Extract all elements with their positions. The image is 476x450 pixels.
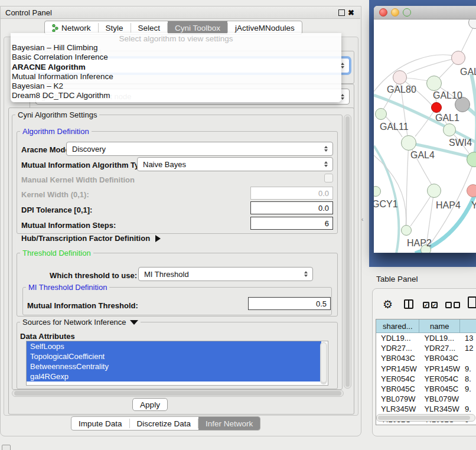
network-node-GCY1[interactable] [374, 186, 381, 197]
algorithm-option[interactable]: Basic Correlation Inference [11, 53, 341, 62]
manual-kernel-checkbox[interactable] [324, 174, 333, 182]
tab-impute-data[interactable]: Impute Data [71, 417, 129, 430]
settings-hscrollbar-thumb[interactable] [14, 391, 341, 396]
hub-definition-toggle[interactable]: Hub/Transcription Factor Definition [21, 234, 161, 243]
dpi-tolerance-value: 0.0 [318, 204, 329, 213]
network-node-GAL4[interactable] [401, 135, 416, 151]
table-row[interactable]: YPR145WYPR145W9. [376, 364, 476, 374]
column-header[interactable]: shared... [376, 319, 419, 333]
mi-steps-field[interactable]: 6 [250, 217, 333, 230]
network-node-pink-top[interactable] [451, 51, 465, 65]
mi-threshold-field[interactable]: 0.5 [248, 297, 331, 310]
network-window: GALGAL80GAL10GAL1GAL11SWI4GAL4GCY1HAP4YH… [374, 6, 476, 253]
network-node-red-node[interactable] [431, 102, 442, 113]
algorithm-dropdown: Select algorithm to view settings Bayesi… [11, 33, 341, 102]
data-attribute-item[interactable]: SelfLoops [27, 341, 321, 351]
mi-algorithm-type-combobox[interactable]: Naive Bayes [137, 157, 333, 171]
tab-label: jActiveMNodules [235, 24, 295, 32]
tab-label: Impute Data [79, 419, 122, 428]
close-icon[interactable]: ✖ [348, 9, 354, 17]
network-node-GAL10[interactable] [426, 76, 442, 91]
tab-network[interactable]: Network [45, 21, 98, 34]
splitter-handle[interactable]: ‹ [361, 216, 363, 223]
network-node-HAP4[interactable] [427, 184, 441, 198]
show-columns-icon[interactable]: ✓✓ [423, 302, 438, 308]
table-cell: 13 [460, 333, 476, 343]
tab-infer-network[interactable]: Infer Network [198, 417, 260, 430]
mi-algorithm-type-value: Naive Bayes [143, 160, 186, 169]
algorithm-option[interactable]: Bayesian – Hill Climbing [11, 43, 341, 53]
tab-label: Discretize Data [137, 419, 191, 428]
attributes-scrollbar[interactable] [320, 342, 327, 384]
tab-cyni-toolbox[interactable]: Cyni Toolbox [168, 21, 227, 34]
network-node-green-right[interactable] [467, 152, 476, 167]
network-node-HAP2[interactable] [401, 225, 412, 236]
document-icon[interactable] [468, 296, 476, 308]
algorithm-option[interactable]: ARACNE Algorithm [11, 63, 341, 72]
table-row[interactable]: YER054CYER054C8. [376, 374, 476, 384]
table-cell: YBR043C [376, 353, 419, 363]
screen: Control Panel ✖ NetworkStyleSelectCyni T… [0, 0, 476, 450]
tab-select[interactable]: Select [131, 21, 168, 34]
aracne-mode-combobox[interactable]: Discovery [66, 142, 333, 156]
table-hscrollbar-thumb[interactable] [378, 416, 470, 420]
float-window-icon[interactable] [338, 9, 345, 16]
table-cell: YDL19... [376, 333, 419, 343]
sources-group-title[interactable]: Sources for Network Inference [20, 318, 141, 327]
table-row[interactable]: YDR27...YDR27...12 [376, 343, 476, 353]
kernel-width-field[interactable]: 0.0 [250, 187, 333, 200]
table-row[interactable]: YLR345WYLR345W9. [376, 404, 476, 414]
node-label: HAP2 [407, 238, 432, 249]
attributes-scrollbar-thumb[interactable] [321, 343, 326, 382]
table-hscrollbar[interactable] [376, 414, 475, 422]
network-canvas[interactable]: GALGAL80GAL10GAL1GAL11SWI4GAL4GCY1HAP4YH… [374, 19, 476, 253]
data-attribute-item[interactable]: TopologicalCoefficient [27, 351, 321, 361]
algorithm-dropdown-prompt: Select algorithm to view settings [11, 33, 341, 43]
table-row[interactable]: YBR045CYBR045C9. [376, 384, 476, 394]
dpi-tolerance-field[interactable]: 0.0 [250, 201, 333, 214]
close-traffic-light-icon[interactable] [379, 8, 387, 17]
minimize-traffic-light-icon[interactable] [391, 8, 399, 17]
network-node-salmon-node[interactable] [467, 184, 476, 197]
table-body: YDL19...YDL19...13YDR27...YDR27...12YBR0… [376, 333, 476, 425]
settings-scrollbar[interactable] [344, 115, 351, 389]
column-header[interactable] [460, 319, 476, 333]
mi-threshold-label: Mutual Information Threshold: [27, 301, 138, 310]
network-node-top-partial[interactable] [468, 19, 476, 29]
tab-jactivemnodules[interactable]: jActiveMNodules [228, 21, 302, 34]
minimized-panel-button[interactable] [2, 445, 11, 450]
data-attribute-item[interactable]: BetweennessCentrality [27, 361, 321, 371]
split-columns-icon[interactable] [404, 299, 413, 309]
algorithm-option[interactable]: Bayesian – K2 [11, 81, 341, 91]
table-cell: YER054C [376, 374, 419, 384]
tab-label: Network [61, 24, 91, 32]
settings-hscrollbar[interactable] [12, 390, 344, 397]
which-threshold-combobox[interactable]: MI Threshold [138, 267, 313, 281]
network-node-GAL11[interactable] [375, 108, 387, 120]
mi-algorithm-type-label: Mutual Information Algorithm Type: [21, 161, 151, 169]
node-label: GAL1 [435, 113, 459, 123]
tab-label: Style [106, 24, 123, 32]
zoom-traffic-light-icon[interactable] [403, 8, 411, 17]
settings-scrollbar-thumb[interactable] [345, 116, 350, 387]
table-cell: 9. [460, 364, 476, 374]
algorithm-option[interactable]: Dream8 DC_TDC Algorithm [11, 91, 341, 100]
hide-columns-icon[interactable] [445, 302, 460, 308]
network-node-GAL80[interactable] [393, 70, 407, 84]
dpi-tolerance-label: DPI Tolerance [0,1]: [21, 206, 92, 214]
network-node-GAL1[interactable] [443, 123, 456, 136]
algorithm-option[interactable]: Mutual Information Inference [11, 72, 341, 81]
table-row[interactable]: YDL19...YDL19...13 [376, 333, 476, 343]
table-row[interactable]: YBL079WYBL079W [376, 394, 476, 404]
table-row[interactable]: YBR043CYBR043C [376, 353, 476, 363]
tab-style[interactable]: Style [99, 21, 131, 34]
table-cell: YLR345W [419, 404, 460, 414]
data-attributes-list[interactable]: SelfLoopsTopologicalCoefficientBetweenne… [26, 341, 328, 386]
mi-threshold-value: 0.5 [316, 299, 327, 308]
gear-icon[interactable]: ⚙ [383, 298, 393, 311]
data-attribute-item[interactable]: gal4RGexp [27, 371, 321, 381]
apply-button[interactable]: Apply [132, 398, 168, 411]
table-cell: YDR27... [376, 343, 419, 353]
column-header[interactable]: name [419, 319, 460, 333]
tab-discretize-data[interactable]: Discretize Data [130, 417, 198, 430]
